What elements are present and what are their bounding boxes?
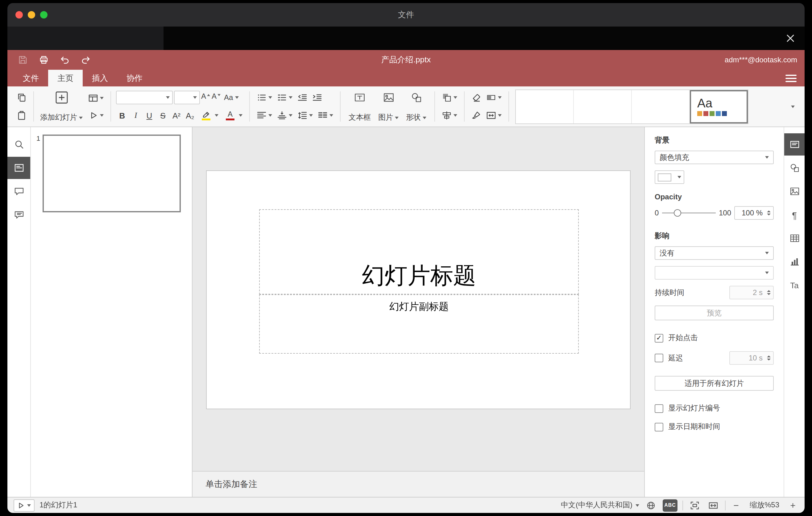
delay-input[interactable]: 10 s	[729, 351, 774, 365]
copy-style-button[interactable]	[469, 108, 483, 123]
decrease-font-size-button[interactable]: A	[212, 90, 221, 105]
insert-textbox-button[interactable]: 文本框	[346, 89, 374, 125]
increase-indent-button[interactable]	[310, 90, 324, 105]
text-art-settings-icon[interactable]: Ta	[784, 274, 805, 296]
underline-button[interactable]: U	[143, 108, 155, 123]
save-button[interactable]	[15, 53, 31, 67]
traffic-lights	[16, 11, 48, 19]
zoom-out-button[interactable]: −	[730, 499, 742, 511]
slide[interactable]: 幻灯片标题 幻灯片副标题	[206, 170, 631, 409]
change-layout-button[interactable]	[86, 91, 106, 106]
opacity-slider[interactable]	[662, 209, 716, 217]
print-button[interactable]	[36, 53, 52, 67]
numbering-button[interactable]	[275, 90, 294, 105]
theme-option-2[interactable]	[574, 90, 632, 123]
duration-input[interactable]: 2 s	[729, 286, 774, 299]
slide-subtitle-placeholder[interactable]: 幻灯片副标题	[259, 294, 579, 354]
tab-file[interactable]: 文件	[13, 70, 48, 86]
italic-button[interactable]: I	[129, 108, 142, 123]
increase-font-size-button[interactable]: A	[201, 90, 210, 105]
theme-option-3[interactable]	[632, 90, 690, 123]
show-slide-number-checkbox-row[interactable]: 显示幻灯片编号	[655, 403, 774, 413]
spinner-arrows-icon[interactable]	[764, 286, 773, 299]
minimize-window-button[interactable]	[28, 11, 35, 19]
insert-image-button[interactable]: 图片	[375, 89, 402, 125]
slide-size-button[interactable]	[484, 108, 503, 123]
highlight-color-button[interactable]	[198, 108, 220, 123]
comments-icon[interactable]	[7, 180, 30, 202]
checkbox-unchecked	[655, 404, 663, 412]
slide-title-placeholder[interactable]: 幻灯片标题	[259, 209, 579, 294]
line-spacing-button[interactable]	[295, 108, 315, 123]
zoom-window-button[interactable]	[40, 11, 48, 19]
hamburger-menu-icon[interactable]	[785, 74, 796, 83]
redo-button[interactable]	[78, 53, 94, 67]
shape-settings-icon[interactable]	[784, 157, 805, 179]
copy-button[interactable]	[15, 90, 28, 105]
feedback-icon[interactable]	[7, 204, 30, 226]
start-slideshow-statusbar-button[interactable]	[13, 499, 34, 511]
start-on-click-checkbox-row[interactable]: ✓ 开始点击	[655, 333, 774, 343]
font-size-combo[interactable]	[174, 91, 200, 104]
spinner-arrows-icon[interactable]	[764, 207, 773, 219]
insert-shape-button[interactable]: 形状	[403, 89, 430, 125]
arrange-shape-button[interactable]	[440, 90, 459, 105]
spellcheck-icon[interactable]: ABC	[663, 499, 677, 511]
add-slide-button[interactable]: 添加幻灯片	[39, 89, 84, 124]
slide-settings-icon[interactable]	[784, 133, 805, 155]
tab-collaboration[interactable]: 协作	[117, 70, 152, 86]
font-name-combo[interactable]	[116, 91, 173, 104]
close-window-button[interactable]	[16, 11, 23, 19]
close-icon[interactable]	[784, 32, 796, 45]
fit-slide-icon[interactable]	[688, 499, 701, 511]
image-settings-icon[interactable]	[784, 180, 805, 202]
strikeout-button[interactable]: S	[157, 108, 169, 123]
language-selector[interactable]: 中文(中华人民共和国)	[561, 500, 639, 511]
bold-button[interactable]: B	[116, 108, 128, 123]
preview-button[interactable]: 预览	[655, 306, 774, 320]
theme-option-selected[interactable]: Aa	[690, 90, 748, 123]
subscript-button[interactable]: A₂	[184, 108, 196, 123]
opacity-input[interactable]: 100 %	[734, 206, 774, 220]
effect-select[interactable]: 没有	[655, 246, 774, 260]
clear-style-button[interactable]	[469, 90, 483, 105]
tab-insert[interactable]: 插入	[83, 70, 117, 86]
fit-width-icon[interactable]	[706, 499, 720, 511]
start-slideshow-button[interactable]	[86, 108, 106, 123]
zoom-in-button[interactable]: +	[787, 499, 799, 511]
font-color-button[interactable]: A	[222, 108, 244, 123]
table-settings-icon[interactable]	[784, 227, 805, 249]
chart-settings-icon[interactable]	[784, 251, 805, 273]
decrease-indent-button[interactable]	[295, 90, 309, 105]
slide-thumbnail[interactable]	[42, 135, 181, 212]
horizontal-align-button[interactable]	[255, 108, 274, 123]
shape-fill-button[interactable]	[484, 90, 503, 105]
eraser-icon	[471, 93, 481, 103]
spinner-arrows-icon[interactable]	[764, 352, 773, 364]
paragraph-settings-icon[interactable]: ¶	[784, 204, 805, 226]
tab-home[interactable]: 主页	[48, 70, 83, 86]
effect-type-select[interactable]	[655, 266, 774, 280]
opacity-slider-thumb[interactable]	[673, 209, 681, 217]
undo-button[interactable]	[57, 53, 73, 67]
background-color-select[interactable]	[655, 170, 684, 184]
background-fill-select[interactable]: 颜色填充	[655, 151, 774, 164]
slide-canvas[interactable]: 幻灯片标题 幻灯片副标题	[193, 127, 644, 471]
change-case-button[interactable]: Aa	[222, 90, 240, 105]
align-shape-button[interactable]	[440, 108, 459, 123]
superscript-button[interactable]: A²	[170, 108, 183, 123]
show-date-time-checkbox-row[interactable]: 显示日期和时间	[655, 422, 774, 432]
dimmed-background	[7, 27, 164, 50]
slides-panel-icon[interactable]	[7, 157, 30, 179]
document-language-icon[interactable]	[644, 499, 658, 511]
columns-button[interactable]	[316, 108, 335, 123]
search-icon[interactable]	[7, 133, 30, 155]
theme-option-1[interactable]	[516, 90, 574, 123]
paste-button[interactable]	[15, 108, 28, 123]
apply-to-all-slides-button[interactable]: 适用于所有幻灯片	[655, 376, 774, 391]
delay-checkbox-row[interactable]: 延迟	[655, 353, 683, 363]
notes-area[interactable]: 单击添加备注	[193, 471, 644, 497]
bullets-button[interactable]	[255, 90, 274, 105]
theme-gallery-expand-button[interactable]	[786, 99, 800, 114]
vertical-align-button[interactable]	[275, 108, 294, 123]
